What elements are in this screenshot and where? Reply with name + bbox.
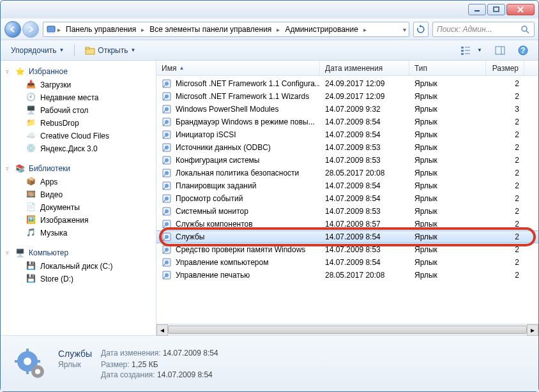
svg-rect-57 [35,360,40,363]
folder-icon: 📁 [26,118,36,128]
file-row[interactable]: Windows PowerShell Modules14.07.2009 9:3… [156,103,538,116]
folder-icon: 📥 [26,80,36,90]
tree-item[interactable]: 🎵Музыка [1,227,156,239]
star-icon: ⭐ [15,66,25,77]
tree-item[interactable]: 📥Загрузки [1,79,156,91]
folder-icon: ☁️ [26,131,36,141]
svg-rect-9 [86,47,89,49]
back-button[interactable] [4,21,21,38]
file-row[interactable]: Системный монитор14.07.2009 8:53Ярлык2 [156,205,538,218]
tree-item[interactable]: 💾Локальный диск (C:) [1,260,156,273]
search-input[interactable]: Поиск: Админ... [432,22,535,37]
folder-icon: 💿 [26,144,36,154]
tree-computer[interactable]: 🖥️Компьютер [1,246,156,260]
folder-icon: 🎞️ [26,190,36,200]
svg-point-6 [522,26,527,31]
file-row[interactable]: Microsoft .NET Framework 1.1 Wizards24.0… [156,90,538,103]
file-row[interactable]: Управление компьютером14.07.2009 8:54Ярл… [156,256,538,269]
control-panel-icon [46,24,56,34]
details-title: Службы [58,349,92,359]
file-row[interactable]: Локальная политика безопасности28.05.201… [156,167,538,179]
svg-point-59 [35,369,40,374]
horizontal-scrollbar[interactable]: ◂ ▸ [156,324,538,335]
maximize-button[interactable] [487,4,505,15]
shortcut-icon [162,142,172,153]
shortcut-icon [162,155,172,165]
shortcut-icon [162,206,172,216]
svg-rect-1 [494,7,499,11]
col-date[interactable]: Дата изменения [320,61,409,75]
nav-bar: ▸ Панель управления▸ Все элементы панели… [1,19,538,40]
tree-favorites[interactable]: ⭐Избранное [1,64,156,79]
svg-rect-10 [461,47,464,49]
breadcrumb-item[interactable]: Все элементы панели управления [146,22,275,36]
file-row[interactable]: Управление печатью28.05.2017 20:08Ярлык2 [156,269,538,282]
preview-pane-button[interactable] [491,43,509,57]
file-row[interactable]: Просмотр событий14.07.2009 8:54Ярлык2 [156,192,538,205]
col-name[interactable]: Имя▲ [156,61,320,75]
shortcut-icon [162,104,172,114]
tree-item[interactable]: 📦Apps [1,176,156,188]
shortcut-icon [162,193,172,204]
titlebar [1,1,538,19]
shortcut-icon [162,168,172,178]
forward-button[interactable] [22,21,39,38]
tree-item[interactable]: 🖥️Рабочий стол [1,104,156,117]
file-row[interactable]: Планировщик заданий14.07.2009 8:54Ярлык2 [156,179,538,192]
breadcrumb[interactable]: ▸ Панель управления▸ Все элементы панели… [43,22,409,37]
svg-rect-55 [26,369,29,374]
tree-item[interactable]: 💾Store (D:) [1,273,156,285]
refresh-button[interactable] [413,22,429,37]
organize-menu[interactable]: Упорядочить ▼ [7,44,68,57]
svg-point-53 [24,358,31,365]
tree-item[interactable]: ☁️Creative Cloud Files [1,130,156,142]
shortcut-icon [162,117,172,127]
shortcut-icon [162,232,172,242]
toolbar: Упорядочить ▼ Открыть ▼ ▼ ? [1,40,538,61]
file-row[interactable]: Конфигурация системы14.07.2009 8:53Ярлык… [156,154,538,167]
file-row[interactable]: Службы14.07.2009 8:54Ярлык2 [156,230,538,243]
minimize-button[interactable] [468,4,486,15]
tree-item[interactable]: 🕘Недавние места [1,91,156,104]
file-row[interactable]: Microsoft .NET Framework 1.1 Configura..… [156,77,538,90]
file-row[interactable]: Брандмауэр Windows в режиме повы...14.07… [156,116,538,128]
tree-libraries[interactable]: 📚Библиотеки [1,162,156,176]
folder-icon: 🖼️ [26,215,36,225]
tree-item[interactable]: 💿Яндекс.Диск 3.0 [1,142,156,155]
folder-icon: 📄 [26,202,36,213]
col-type[interactable]: Тип [409,61,486,75]
view-button[interactable]: ▼ [457,43,486,57]
shortcut-icon [162,270,172,280]
help-button[interactable]: ? [514,43,532,57]
file-list: Microsoft .NET Framework 1.1 Configura..… [156,76,538,324]
open-button[interactable]: Открыть ▼ [81,43,139,57]
tree-item[interactable]: 📄Документы [1,201,156,214]
breadcrumb-item[interactable]: Администрирование [281,22,361,36]
shortcut-icon [162,79,172,89]
details-pane: Службы Дата изменения: 14.07.2009 8:54 Я… [1,335,538,391]
file-row[interactable]: Средство проверки памяти Windows14.07.20… [156,243,538,256]
svg-rect-16 [496,47,505,54]
folder-icon: 💾 [26,261,36,271]
tree-item[interactable]: 🖼️Изображения [1,214,156,227]
breadcrumb-item[interactable]: Панель управления [62,22,140,36]
col-size[interactable]: Размер [486,61,524,75]
search-icon [520,24,530,34]
shortcut-icon [162,130,172,140]
folder-icon: 💾 [26,274,36,284]
shortcut-icon [162,245,172,255]
nav-tree: ⭐Избранное 📥Загрузки🕘Недавние места🖥️Раб… [1,61,156,335]
file-row[interactable]: Источники данных (ODBC)14.07.2009 8:53Яр… [156,141,538,154]
file-row[interactable]: Службы компонентов14.07.2009 8:57Ярлык2 [156,218,538,230]
svg-line-7 [526,31,529,33]
folder-icon: 🖥️ [26,105,36,116]
close-button[interactable] [506,4,535,15]
file-row[interactable]: Инициатор iSCSI14.07.2009 8:54Ярлык2 [156,128,538,141]
svg-text:?: ? [520,46,525,55]
libraries-icon: 📚 [15,163,25,174]
explorer-window: ▸ Панель управления▸ Все элементы панели… [0,0,539,392]
tree-item[interactable]: 🎞️Видео [1,188,156,201]
folder-icon: 🎵 [26,228,36,238]
tree-item[interactable]: 📁RebusDrop [1,117,156,130]
svg-rect-4 [47,26,55,32]
